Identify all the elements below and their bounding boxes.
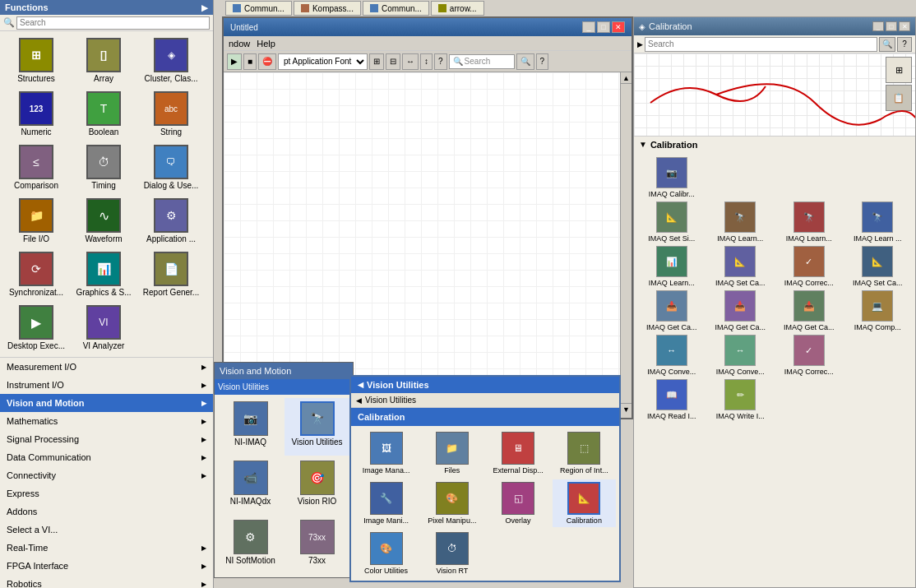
icon-desktop-exec[interactable]: ▶ Desktop Exec...: [3, 302, 69, 354]
submenu-ni-imaqds[interactable]: 📹 NI-IMAQdx: [218, 457, 283, 515]
menu-instrument-io[interactable]: Instrument I/O ▶: [0, 376, 213, 394]
cal-icon-comp[interactable]: 💻 IMAQ Comp...: [845, 290, 911, 331]
menu-items: Measurement I/O ▶ Instrument I/O ▶ Visio…: [0, 357, 213, 588]
cal-help-button[interactable]: ?: [897, 37, 912, 52]
icon-timing[interactable]: ⏱ Timing: [71, 141, 136, 193]
cal-icon-get-ca-1[interactable]: 📥 IMAQ Get Ca...: [639, 290, 705, 331]
toolbar-help-btn[interactable]: ?: [536, 53, 549, 70]
icon-fileio[interactable]: 📁 File I/O: [3, 195, 69, 247]
reorder-button[interactable]: ↕: [420, 53, 433, 70]
menu-connectivity[interactable]: Connectivity ▶: [0, 466, 213, 484]
cal-search-button[interactable]: 🔍: [879, 37, 895, 52]
toolbar-search-placeholder: Search: [465, 57, 491, 66]
cal-close-btn[interactable]: ✕: [899, 21, 910, 31]
cal-icon-write-i[interactable]: ✏ IMAQ Write I...: [708, 379, 774, 420]
icon-sync[interactable]: ⟳ Synchronizat...: [3, 248, 69, 300]
icon-dialog[interactable]: 🗨 Dialog & Use...: [138, 141, 204, 193]
icon-array[interactable]: [] Array: [71, 35, 136, 86]
maximize-button[interactable]: □: [597, 21, 610, 33]
menu-addons[interactable]: Addons: [0, 502, 213, 521]
browser-tab-1[interactable]: Commun...: [225, 1, 292, 16]
cal-icon-get-ca-3[interactable]: 📥 IMAQ Get Ca...: [776, 290, 842, 331]
cal-icon-learn-1[interactable]: 🔭 IMAQ Learn...: [708, 201, 774, 243]
icon-report[interactable]: 📄 Report Gener...: [138, 248, 204, 300]
run-button[interactable]: ▶: [227, 53, 242, 70]
close-button[interactable]: ✕: [612, 21, 625, 33]
scroll-down-btn[interactable]: ▼: [621, 403, 631, 414]
resize-button[interactable]: ↔: [402, 53, 419, 70]
icon-structures[interactable]: ⊞ Structures: [3, 35, 69, 86]
browser-tab-2[interactable]: Kompass...: [294, 1, 361, 16]
icon-vi-analyzer[interactable]: VI VI Analyzer: [71, 302, 136, 354]
cal-icon-correc-1[interactable]: ✓ IMAQ Correc...: [776, 246, 842, 287]
icon-graphics[interactable]: 📊 Graphics & S...: [71, 248, 136, 300]
cal-icon-learn-2[interactable]: 🔭 IMAQ Learn...: [776, 201, 842, 243]
icon-comparison[interactable]: ≤ Comparison: [3, 141, 69, 193]
menu-vision-motion[interactable]: Vision and Motion ▶: [0, 394, 213, 412]
scroll-up-btn[interactable]: ▲: [621, 72, 631, 84]
vu-icon-vision-rt[interactable]: ⏱ Vision RT: [420, 530, 483, 577]
submenu-73xx[interactable]: 73xx 73xx: [285, 516, 349, 574]
menu-data-communication[interactable]: Data Communication ▶: [0, 448, 213, 466]
search-input[interactable]: [16, 16, 210, 30]
menu-select-vi[interactable]: Select a VI...: [0, 521, 213, 539]
cal-search-input[interactable]: [645, 37, 877, 52]
imaq-set-si-label: IMAQ Set Si...: [648, 234, 695, 243]
toolbar-search-btn[interactable]: 🔍: [516, 53, 534, 70]
menu-fpga[interactable]: FPGA Interface ▶: [0, 557, 213, 575]
help-question-button[interactable]: ?: [434, 53, 447, 70]
icon-numeric[interactable]: 123 Numeric: [3, 88, 69, 140]
debug-button[interactable]: ⛔: [258, 53, 276, 70]
calibration-section-title: Calibration: [358, 412, 405, 422]
cal-icon-calibr[interactable]: 📷 IMAQ Calibr...: [639, 157, 705, 198]
files-icon: 📁: [436, 432, 469, 465]
vu-icon-overlay[interactable]: ◱ Overlay: [487, 479, 550, 527]
vu-icon-pixel-mani[interactable]: 🎨 Pixel Manipu...: [420, 479, 483, 527]
icon-application[interactable]: ⚙ Application ...: [138, 195, 204, 247]
cal-icon-conve-1[interactable]: ↔ IMAQ Conve...: [639, 335, 705, 376]
vu-icon-image-mani[interactable]: 🔧 Image Mani...: [354, 479, 418, 527]
menu-express[interactable]: Express: [0, 484, 213, 502]
minimize-button[interactable]: _: [582, 21, 595, 33]
menu-real-time[interactable]: Real-Time ▶: [0, 539, 213, 557]
font-select[interactable]: pt Application Font: [278, 53, 368, 70]
cal-icon-set-ca-1[interactable]: 📐 IMAQ Set Ca...: [708, 246, 774, 287]
cal-restore-btn[interactable]: □: [886, 21, 897, 31]
icon-cluster[interactable]: ◈ Cluster, Clas...: [138, 35, 204, 86]
cal-icon-correc-2[interactable]: ✓ IMAQ Correc...: [776, 335, 842, 376]
icon-boolean[interactable]: T Boolean: [71, 88, 136, 140]
submenu-vision-utilities[interactable]: 🔭 Vision Utilities: [285, 398, 349, 456]
vu-icon-image-mana[interactable]: 🖼 Image Mana...: [354, 429, 418, 477]
abort-button[interactable]: ■: [243, 53, 257, 70]
vu-icon-external-disp[interactable]: 🖥 External Disp...: [487, 429, 550, 477]
submenu-vision-rio[interactable]: 🎯 Vision RIO: [285, 457, 349, 515]
browser-tab-4[interactable]: arrow...: [431, 1, 484, 16]
distribute-button[interactable]: ⊟: [386, 53, 400, 70]
cal-icon-conve-2[interactable]: ↔ IMAQ Conve...: [708, 335, 774, 376]
vu-icon-region-of-int[interactable]: ⬚ Region of Int...: [553, 429, 616, 477]
cal-icon-read-i[interactable]: 📖 IMAQ Read I...: [639, 379, 705, 420]
cal-minimize-btn[interactable]: _: [872, 21, 884, 31]
cal-icon-get-ca-2[interactable]: 📥 IMAQ Get Ca...: [708, 290, 774, 331]
icon-string[interactable]: abc String: [138, 88, 204, 140]
menu-signal-processing[interactable]: Signal Processing ▶: [0, 430, 213, 448]
vu-icon-color-utilities[interactable]: 🎨 Color Utilities: [354, 530, 418, 577]
tab-icon-2: [301, 4, 309, 12]
align-button[interactable]: ⊞: [369, 53, 384, 70]
cal-icon-set-ca-2[interactable]: 📐 IMAQ Set Ca...: [845, 246, 911, 287]
submenu-ni-imaq[interactable]: 📷 NI-IMAQ: [218, 398, 283, 456]
menu-mathematics[interactable]: Mathematics ▶: [0, 412, 213, 430]
menu-robotics[interactable]: Robotics ▶: [0, 575, 213, 588]
menu-ndow[interactable]: ndow: [229, 39, 250, 49]
submenu-ni-softmotion[interactable]: ⚙ NI SoftMotion: [218, 516, 283, 574]
vu-icon-files[interactable]: 📁 Files: [420, 429, 483, 477]
cal-icon-learn-3[interactable]: 🔭 IMAQ Learn ...: [845, 201, 911, 243]
menu-measurement-io[interactable]: Measurement I/O ▶: [0, 358, 213, 376]
vertical-scrollbar[interactable]: ▲ ▼: [620, 72, 631, 414]
menu-help[interactable]: Help: [257, 39, 275, 49]
cal-icon-learn-4[interactable]: 📊 IMAQ Learn...: [639, 246, 705, 287]
icon-waveform[interactable]: ∿ Waveform: [71, 195, 136, 247]
cal-icon-set-si[interactable]: 📐 IMAQ Set Si...: [639, 201, 705, 243]
browser-tab-3[interactable]: Commun...: [363, 1, 429, 16]
vu-icon-calibration[interactable]: 📐 Calibration: [553, 479, 616, 527]
